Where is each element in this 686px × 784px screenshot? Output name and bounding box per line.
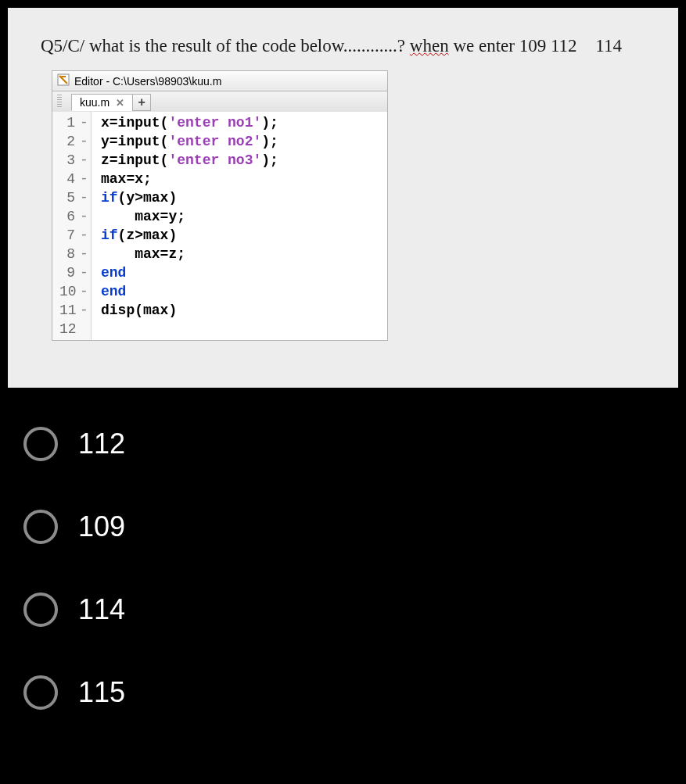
radio-icon[interactable]	[23, 510, 58, 544]
gutter-row: 9-	[52, 263, 91, 282]
radio-icon[interactable]	[23, 592, 58, 627]
code-line: y=input('enter no2');	[101, 132, 278, 151]
line-number: 3	[59, 152, 75, 168]
option-label: 112	[78, 428, 125, 460]
code-line: if(z>max)	[101, 226, 278, 245]
gutter-row: 7-	[52, 226, 91, 245]
code-line: end	[101, 263, 278, 282]
close-icon[interactable]: ✕	[116, 97, 124, 109]
gutter-row: 12	[52, 320, 91, 338]
fold-dash: -	[80, 152, 86, 168]
fold-dash: -	[80, 190, 86, 206]
gutter-row: 1-	[52, 113, 91, 132]
tab-label: kuu.m	[80, 96, 110, 109]
line-number: 10	[59, 284, 75, 299]
option-label: 115	[78, 676, 125, 709]
gutter-row: 5-	[52, 188, 91, 207]
code-line: max=z;	[101, 245, 278, 263]
document-image: Q5/C/ what is the result of the code bel…	[8, 8, 678, 388]
gutter-row: 8-	[52, 245, 91, 263]
line-number: 6	[59, 209, 75, 224]
tab-kuu[interactable]: kuu.m ✕	[71, 94, 133, 111]
plus-icon: +	[138, 95, 145, 109]
gutter-row: 10-	[52, 282, 91, 301]
line-number: 4	[59, 171, 75, 187]
editor-title-text: Editor - C:\Users\98903\kuu.m	[74, 75, 221, 88]
editor-tabs: kuu.m ✕ +	[52, 91, 388, 112]
line-number: 5	[59, 190, 75, 206]
answer-option[interactable]: 115	[23, 675, 663, 710]
question-prefix: Q5/C/ what is the result of the code bel…	[41, 36, 410, 55]
editor-titlebar: Editor - C:\Users\98903\kuu.m	[52, 70, 388, 91]
fold-dash: -	[80, 246, 86, 262]
answer-option[interactable]: 109	[23, 510, 663, 544]
line-gutter: 1-2-3-4-5-6-7-8-9-10-11-12	[52, 112, 92, 340]
line-number: 9	[59, 265, 75, 281]
line-number: 7	[59, 227, 75, 243]
question-when: when	[410, 36, 449, 55]
fold-dash: -	[80, 209, 86, 224]
matlab-editor: Editor - C:\Users\98903\kuu.m kuu.m ✕ + …	[52, 70, 388, 341]
grip-icon	[57, 95, 62, 107]
answer-options: 112109114115	[8, 388, 678, 710]
question-suffix: we enter 109 112	[449, 36, 577, 55]
answer-option[interactable]: 112	[23, 427, 663, 461]
answer-option[interactable]: 114	[23, 592, 663, 627]
radio-icon[interactable]	[23, 675, 58, 710]
code-lines: x=input('enter no1');y=input('enter no2'…	[92, 112, 278, 340]
gutter-row: 6-	[52, 207, 91, 226]
question-text: Q5/C/ what is the result of the code bel…	[41, 36, 645, 56]
code-line: max=y;	[101, 207, 278, 226]
gutter-row: 4-	[52, 170, 91, 188]
line-number: 1	[59, 115, 75, 131]
new-tab-button[interactable]: +	[132, 94, 151, 111]
line-number: 11	[59, 303, 75, 318]
code-area: 1-2-3-4-5-6-7-8-9-10-11-12 x=input('ente…	[52, 112, 388, 341]
fold-dash: -	[80, 171, 86, 187]
line-number: 2	[59, 134, 75, 149]
code-line: x=input('enter no1');	[101, 113, 278, 132]
fold-dash: -	[80, 265, 86, 281]
gutter-row: 11-	[52, 301, 91, 320]
code-line: max=x;	[101, 170, 278, 188]
option-label: 109	[78, 510, 125, 543]
fold-dash: -	[80, 227, 86, 243]
code-line: if(y>max)	[101, 188, 278, 207]
option-label: 114	[78, 593, 125, 626]
fold-dash	[80, 321, 86, 337]
fold-dash: -	[80, 303, 86, 318]
line-number: 12	[59, 321, 75, 337]
fold-dash: -	[80, 134, 86, 149]
code-line	[101, 320, 278, 338]
gutter-row: 2-	[52, 132, 91, 151]
fold-dash: -	[80, 115, 86, 131]
code-line: end	[101, 282, 278, 301]
radio-icon[interactable]	[23, 427, 58, 461]
line-number: 8	[59, 246, 75, 262]
fold-dash: -	[80, 284, 86, 299]
code-line: disp(max)	[101, 301, 278, 320]
question-extra-input: 114	[595, 36, 622, 55]
gutter-row: 3-	[52, 151, 91, 170]
code-line: z=input('enter no3');	[101, 151, 278, 170]
editor-icon	[57, 73, 70, 88]
